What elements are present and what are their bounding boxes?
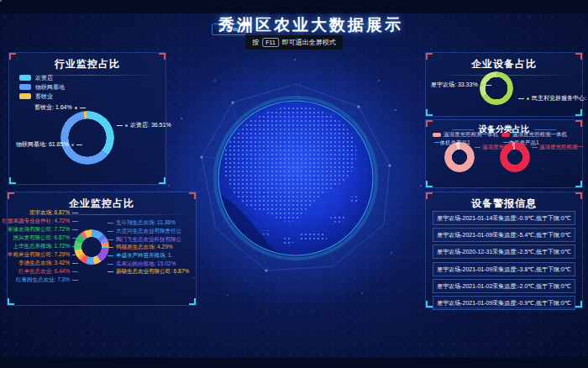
background-particles — [0, 0, 2, 2]
enterprise-labels-left: 星宇农场: 6.87% 红旗果蔬专业合作社: 4.72% 家缘农场有限公司: 7… — [8, 209, 78, 284]
fullscreen-tip-suffix: 即可退出全屏模式 — [282, 38, 336, 47]
alarm-row[interactable]: 星宇农场-2021-01-14采集温度:-0.9℃,低于下限:0℃ — [433, 211, 575, 225]
fullscreen-tip-prefix: 按 — [252, 38, 259, 47]
category-donut-right[interactable] — [500, 142, 530, 172]
callout-line — [72, 280, 78, 281]
legend-item[interactable]: 农资店 — [19, 73, 65, 82]
category-legend-left[interactable]: 温湿度光照检测一体机 — [433, 131, 498, 139]
enterprise-label: 红旗果蔬专业合作社: 4.72% — [8, 218, 78, 226]
page-title: 秀洲区农业大数据展示 — [0, 14, 588, 36]
enterprise-labels-right: 北斗翔生态农场: 11.36% 大运河生态农业有限责任公 陶门飞生态农业科技有限… — [108, 219, 195, 276]
enterprise-label: 红青园生态农业: 7.3% — [8, 276, 78, 284]
alarm-list: 星宇农场-2021-01-14采集温度:-0.9℃,低于下限:0℃ 星宇农场-2… — [433, 211, 575, 313]
legend-swatch — [433, 133, 441, 137]
callout-line — [108, 223, 113, 223]
legend-label: 物联网基地 — [35, 83, 65, 92]
enterprise-label: 陶门飞生态农业科技有限公 — [108, 235, 195, 244]
legend-item[interactable]: 物联网基地 — [19, 82, 65, 92]
legend-label: 畜牧业 — [35, 92, 53, 101]
panel-device-category: 设备分类占比 温湿度光照检测一体机 一体机类产品1 温湿度光照检测一 温湿度光照… — [425, 119, 583, 188]
enterprise-label: 新硕生态农业有限公司: 6.87% — [108, 268, 195, 276]
callout-service-center: 民主村党群服务中心: — [518, 94, 586, 103]
callout-line — [72, 229, 78, 230]
alarm-row[interactable]: 星宇农场-2021-01-09采集温度:-3.8℃,低于下限:0℃ — [433, 262, 575, 276]
callout-line — [108, 271, 113, 272]
callout-line — [72, 221, 78, 222]
enterprise-label: 中粮米业有限公司: 7.29% — [8, 250, 78, 259]
alarm-row[interactable]: 星宇农场-2021-01-09采集温度:-0.9℃,低于下限:0℃ — [433, 296, 575, 310]
callout-line — [76, 145, 82, 145]
panel-industry-monitoring: 行业监控占比 农资店 物联网基地 畜牧业 畜牧业 — [8, 52, 166, 185]
dot-icon — [125, 124, 128, 127]
legend-swatch — [19, 84, 31, 90]
dot-icon — [480, 84, 483, 87]
legend-item[interactable]: 畜牧业 — [19, 92, 65, 101]
enterprise-label: 鸭福居生态农场: 4.29% — [108, 244, 195, 252]
panel-title-alarms: 设备警报信息 — [426, 197, 582, 211]
callout-line — [108, 255, 113, 256]
callout-line — [108, 247, 113, 248]
dot-icon — [71, 144, 74, 146]
legend-swatch — [501, 133, 510, 137]
panel-title-industry: 行业监控占比 — [9, 57, 165, 71]
panel-title-device-ratio: 企业设备占比 — [426, 57, 582, 71]
enterprise-label: 红丰生态农业: 6.44% — [8, 267, 78, 276]
enterprise-label: 李强生态农场: 3.42% — [8, 259, 78, 267]
alarm-row[interactable]: 星宇农场-2020-12-31采集温度:-2.5℃,低于下限:0℃ — [433, 244, 575, 259]
legend-swatch — [19, 93, 31, 99]
callout-line — [80, 108, 86, 108]
enterprise-label: 丰盛水产种苗养殖场: 1. — [108, 252, 195, 260]
f11-key-badge: F11 — [262, 38, 279, 47]
category-legend-right[interactable]: 温湿度光照检测一体机 — [501, 131, 567, 139]
industry-donut-chart[interactable] — [60, 111, 114, 165]
callout-line — [108, 231, 113, 232]
globe-graphic — [186, 69, 405, 287]
callout-line — [108, 264, 113, 265]
callout-line — [72, 271, 78, 272]
callout-xingyu-farm: 星宇农场: 33.33% — [431, 81, 491, 89]
panel-device-ratio: 企业设备占比 星宇农场: 33.33% 民主村党群服务中心: — [425, 52, 583, 117]
category-callout-right: 温湿度光照检测一 — [532, 144, 583, 151]
dot-icon — [527, 97, 529, 100]
enterprise-label: 北斗翔生态农场: 11.36% — [108, 219, 195, 228]
callout-line — [532, 147, 538, 148]
alarm-row[interactable]: 星宇农场-2021-01-09采集温度:-5.4℃,低于下限:0℃ — [433, 228, 575, 242]
legend-label: 农资店 — [35, 74, 53, 82]
callout-line — [518, 98, 524, 99]
callout-iot: 物联网基地: 61.85% — [16, 140, 82, 149]
enterprise-label: 星宇农场: 6.87% — [8, 209, 78, 218]
enterprise-label: 瓜果沁园自留地: 15.02% — [108, 260, 195, 268]
industry-legend: 农资店 物联网基地 畜牧业 — [19, 73, 65, 101]
enterprise-donut-chart[interactable] — [74, 229, 109, 265]
enterprise-label: 大运河生态农业有限责任公 — [108, 228, 195, 236]
callout-line — [72, 213, 78, 213]
dashboard: 秀洲区农业大数据展示 按 F11 即可退出全屏模式 行业监控占比 农资店 物联网… — [0, 0, 588, 368]
legend-swatch — [19, 75, 31, 81]
callout-livestock: 畜牧业: 1.64% — [34, 103, 86, 112]
top-band — [0, 0, 588, 13]
dot-icon — [75, 107, 77, 109]
panel-enterprise-monitoring: 企业监控占比 星宇农场: 6.87% 红旗果蔬专业合作社: 4.72% 家缘农场… — [7, 192, 197, 306]
callout-line — [72, 263, 78, 264]
alarm-row[interactable]: 星宇农场-2021-01-02采集温度:-2.0℃,低于下限:0℃ — [433, 279, 575, 293]
bottom-band — [0, 357, 588, 368]
callout-line — [108, 239, 113, 240]
category-donut-left[interactable] — [444, 142, 475, 172]
fullscreen-tip: 按 F11 即可退出全屏模式 — [245, 35, 343, 50]
enterprise-label: 上华生态养殖场: 1.72% — [8, 243, 78, 251]
enterprise-label: 家缘农场有限公司: 7.72% — [8, 226, 78, 234]
enterprise-label: 国兴发有限公司: 6.87% — [8, 234, 78, 243]
panel-device-alarms: 设备警报信息 星宇农场-2021-01-14采集温度:-0.9℃,低于下限:0℃… — [425, 192, 583, 308]
callout-line — [117, 125, 123, 126]
callout-store: 农资店: 36.51% — [117, 121, 171, 129]
callout-line — [475, 147, 480, 148]
callout-line — [486, 85, 491, 86]
